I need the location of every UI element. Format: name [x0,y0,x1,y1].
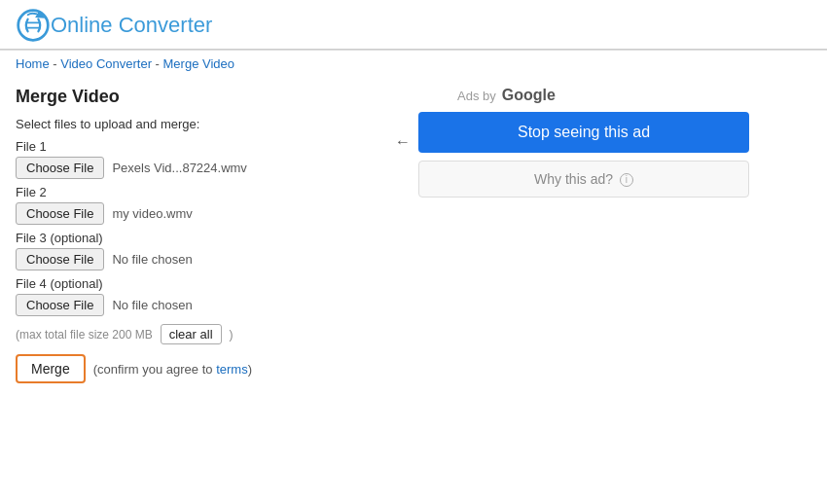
app-title: Online Converter [51,13,212,38]
stop-ad-button[interactable]: Stop seeing this ad [418,112,749,153]
svg-point-0 [18,11,49,41]
why-ad-button[interactable]: Why this ad? i [418,161,749,198]
ad-container: Ads by Google Stop seeing this ad Why th… [418,87,749,198]
ads-by-text: Ads by [457,89,496,103]
breadcrumb-sep1: - [50,56,61,71]
file-row-1: File 1 Choose File Pexels Vid...87224.wm… [16,139,376,179]
header: Online Converter [0,0,827,50]
section-label: Select files to upload and merge: [16,117,376,131]
max-size-text: (max total file size 200 MB [16,328,153,342]
choose-file-1-button[interactable]: Choose File [16,157,104,179]
file-3-input-row: Choose File No file chosen [16,248,376,270]
merge-row: Merge (confirm you agree to terms) [16,354,376,383]
left-panel: Merge Video Select files to upload and m… [16,77,376,383]
choose-file-2-button[interactable]: Choose File [16,202,104,225]
google-text: Google [502,87,556,104]
file-1-input-row: Choose File Pexels Vid...87224.wmv [16,157,376,179]
breadcrumb-sep2: - [152,56,163,71]
file-4-input-row: Choose File No file chosen [16,294,376,316]
choose-file-3-button[interactable]: Choose File [16,248,104,270]
info-icon: i [620,173,633,187]
back-arrow-icon[interactable]: ← [395,133,411,151]
breadcrumb-home[interactable]: Home [16,56,50,71]
main-layout: Merge Video Select files to upload and m… [0,77,827,383]
file-3-name: No file chosen [112,252,192,267]
file-row-3: File 3 (optional) Choose File No file ch… [16,231,376,270]
right-panel: ← Ads by Google Stop seeing this ad Why … [376,77,811,383]
file-2-label: File 2 [16,185,376,199]
ad-header-row: ← Ads by Google Stop seeing this ad Why … [395,87,749,198]
file-4-name: No file chosen [112,298,192,312]
why-ad-text: Why this ad? [534,171,613,187]
breadcrumb-current: Merge Video [163,56,234,71]
file-2-input-row: Choose File my video.wmv [16,202,376,225]
breadcrumb: Home - Video Converter - Merge Video [0,51,827,77]
file-4-label: File 4 (optional) [16,276,376,291]
file-2-name: my video.wmv [112,206,192,221]
file-3-label: File 3 (optional) [16,231,376,245]
footer-row: (max total file size 200 MB clear all ) [16,324,376,344]
confirm-text: (confirm you agree to terms) [93,362,252,377]
choose-file-4-button[interactable]: Choose File [16,294,104,316]
terms-link[interactable]: terms [216,362,248,377]
merge-button[interactable]: Merge [16,354,86,383]
file-1-name: Pexels Vid...87224.wmv [112,161,247,175]
clear-all-button[interactable]: clear all [161,324,222,344]
file-row-4: File 4 (optional) Choose File No file ch… [16,276,376,316]
max-size-close: ) [230,328,234,342]
file-row-2: File 2 Choose File my video.wmv [16,185,376,225]
logo-icon [16,8,51,43]
breadcrumb-video-converter[interactable]: Video Converter [60,56,152,71]
page-title: Merge Video [16,87,376,107]
file-1-label: File 1 [16,139,376,154]
